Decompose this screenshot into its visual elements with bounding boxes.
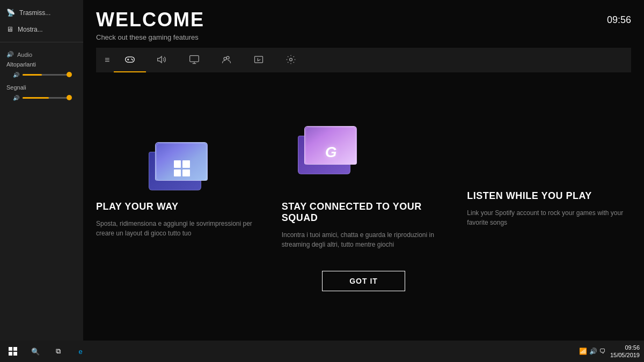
tab-display[interactable] xyxy=(178,48,210,72)
win-key-symbol xyxy=(158,146,206,190)
feature-col-3: LISTEN WHILE YOU PLAY Link your Spotify … xyxy=(456,94,631,227)
modal-clock: 09:56 xyxy=(607,14,631,26)
windows-start-logo xyxy=(9,347,17,356)
svg-point-28 xyxy=(290,58,292,61)
audio-icon-small: 🔊 xyxy=(6,51,14,58)
modal-subtitle: Check out these gaming features xyxy=(83,31,644,41)
edge-button[interactable]: e xyxy=(70,341,91,362)
svg-point-26 xyxy=(226,56,229,59)
signal-volume-thumb xyxy=(67,95,72,100)
monitor-icon xyxy=(189,54,200,65)
sidebar-item-trasmiss[interactable]: 📡 Trasmiss... xyxy=(0,4,83,21)
win-logo-q3 xyxy=(9,352,12,356)
win-logo-bl xyxy=(174,169,181,177)
feature-2-desc: Incontra i tuoi amici, chatta e guarda l… xyxy=(282,230,446,249)
svg-rect-16 xyxy=(126,57,135,62)
features-area: PLAY YOUR WAY Sposta, ridimensiona e agg… xyxy=(83,72,644,260)
signal-label: Segnali xyxy=(6,84,77,91)
display-icon: 🖥 xyxy=(6,25,13,33)
signal-volume-fill xyxy=(23,97,49,99)
g-letter: G xyxy=(325,144,337,161)
sidebar-item-label: Mostra... xyxy=(18,26,43,33)
taskbar-date: 15/05/2019 xyxy=(610,351,640,359)
win-logo-tr xyxy=(182,160,190,168)
feature-2-heading: STAY CONNECTED TO YOUR SQUAD xyxy=(282,201,446,224)
modal-header: WELCOME 09:56 xyxy=(83,0,644,31)
volume-icon: 🔊 xyxy=(13,72,19,78)
taskbar-left: 🔍 ⧉ e xyxy=(0,341,93,362)
taskbar-right: 📶 🔊 🗨 09:56 15/05/2019 xyxy=(575,344,644,359)
feature-col-1: PLAY YOUR WAY Sposta, ridimensiona e agg… xyxy=(96,94,271,238)
win-logo-q4 xyxy=(13,352,17,356)
tab-bar: ≡ xyxy=(96,48,631,72)
speaker-volume-row: 🔊 xyxy=(6,70,77,80)
audio-icon xyxy=(157,54,167,65)
audio-label: Audio xyxy=(17,51,32,58)
g-key-symbol: G xyxy=(308,130,355,174)
windows-logo xyxy=(174,160,190,176)
win-logo-tl xyxy=(174,160,181,168)
svg-rect-27 xyxy=(255,56,263,63)
speaker-label: Altoparlanti xyxy=(6,61,77,68)
signal-icon: 🔊 xyxy=(13,95,19,101)
tab-menu-icon[interactable]: ≡ xyxy=(100,49,114,71)
settings-icon xyxy=(286,54,296,65)
notification-icon: 🗨 xyxy=(599,348,606,355)
tab-settings[interactable] xyxy=(275,48,307,72)
svg-point-20 xyxy=(132,60,133,61)
sidebar-item-label: Trasmiss... xyxy=(19,9,50,17)
wifi-icon: 📶 xyxy=(579,348,587,355)
start-button[interactable] xyxy=(2,341,24,362)
got-it-button[interactable]: GOT IT xyxy=(322,271,405,291)
tab-social[interactable] xyxy=(210,48,243,72)
gamepad-icon xyxy=(125,54,135,65)
speaker-volume-bar[interactable] xyxy=(23,74,70,76)
win-key-illustration xyxy=(149,142,208,190)
svg-point-25 xyxy=(224,57,226,60)
sidebar-panel: 📡 Trasmiss... 🖥 Mostra... 🔊 Audio Altopa… xyxy=(0,0,83,341)
task-view-button[interactable]: ⧉ xyxy=(47,341,69,362)
notification-area: 📶 🔊 🗨 xyxy=(579,348,606,355)
search-button[interactable]: 🔍 xyxy=(25,341,46,362)
win-logo-q2 xyxy=(13,347,17,351)
tab-audio[interactable] xyxy=(146,48,178,72)
taskbar: 🔍 ⧉ e 📶 🔊 🗨 09:56 15/05/2019 xyxy=(0,341,644,362)
modal-title: WELCOME xyxy=(96,9,204,31)
got-it-row: GOT IT xyxy=(83,260,644,302)
signal-volume-row: 🔊 xyxy=(6,93,77,103)
social-icon xyxy=(221,54,232,65)
speaker-volume-fill xyxy=(23,74,42,76)
tab-broadcast[interactable] xyxy=(243,48,275,72)
feature-col-2: G STAY CONNECTED TO YOUR SQUAD Incontra … xyxy=(271,94,457,249)
feature-3-heading: LISTEN WHILE YOU PLAY xyxy=(467,190,631,202)
g-key-illustration: G xyxy=(298,126,357,174)
tab-gamepad[interactable] xyxy=(114,48,146,72)
taskbar-time-display: 09:56 15/05/2019 xyxy=(610,344,640,359)
feature-1-heading: PLAY YOUR WAY xyxy=(96,201,260,212)
speaker-volume-thumb xyxy=(67,72,72,77)
win-logo-br xyxy=(182,169,190,177)
win-logo-q1 xyxy=(9,347,12,351)
broadcast-icon: 📡 xyxy=(6,9,15,17)
taskbar-time: 09:56 xyxy=(610,344,640,351)
feature-3-desc: Link your Spotify account to rock your g… xyxy=(467,208,631,227)
feature-1-desc: Sposta, ridimensiona e aggiungi le sovri… xyxy=(96,219,260,238)
broadcast-tab-icon xyxy=(253,54,264,65)
divider xyxy=(0,42,83,42)
svg-point-19 xyxy=(131,58,133,60)
modal-overlay: WELCOME 09:56 Check out these gaming fea… xyxy=(83,0,644,341)
sidebar-item-mostra[interactable]: 🖥 Mostra... xyxy=(0,21,83,38)
svg-marker-21 xyxy=(158,56,162,63)
audio-section: 🔊 Audio Altoparlanti 🔊 Segnali 🔊 xyxy=(0,47,83,107)
svg-rect-22 xyxy=(190,56,199,62)
volume-taskbar-icon: 🔊 xyxy=(589,348,597,355)
signal-volume-bar[interactable] xyxy=(23,97,70,99)
